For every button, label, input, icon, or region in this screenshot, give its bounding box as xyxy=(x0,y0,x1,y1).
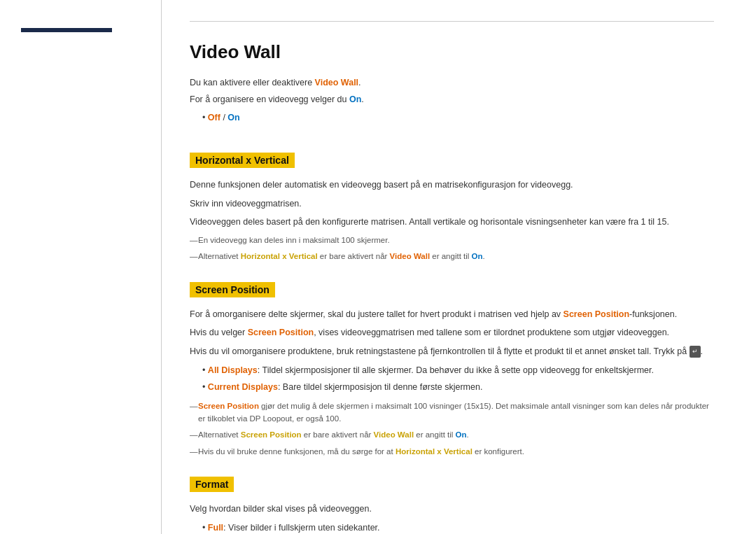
top-divider xyxy=(190,21,714,22)
videowall-note2-bold: Video Wall xyxy=(374,430,414,439)
screenpos-bold1: Screen Position xyxy=(564,309,629,319)
section2-heading: Screen Position xyxy=(190,282,275,297)
screenpos-bold2: Screen Position xyxy=(248,328,314,337)
on-bold1: On xyxy=(349,94,361,104)
section2-bullet-list: All Displays: Tildel skjermposisjoner ti… xyxy=(202,363,714,394)
section2-text1: For å omorganisere delte skjermer, skal … xyxy=(190,307,714,322)
on-text-bullet: On xyxy=(227,113,239,122)
section2-note3: Hvis du vil bruke denne funksjonen, må d… xyxy=(190,445,714,458)
screenpos-note-bold: Screen Position xyxy=(198,402,259,410)
section2-bullet2: Current Displays: Bare tildel skjermposi… xyxy=(202,380,714,394)
hxv-bold-note: Horizontal x Vertical xyxy=(241,252,318,260)
section1-text2: Skriv inn videoveggmatrisen. xyxy=(190,197,714,211)
videowall-bold1: Video Wall xyxy=(315,78,359,87)
intro-line1: Du kan aktivere eller deaktivere Video W… xyxy=(190,76,714,90)
section1-heading: Horizontal x Vertical xyxy=(190,153,295,168)
sidebar-accent-bar xyxy=(21,28,112,32)
intro-bullet-list: Off / On xyxy=(202,111,714,125)
hxv-note3-bold: Horizontal x Vertical xyxy=(396,447,472,456)
section3-heading: Format xyxy=(190,477,234,492)
page-container: Video Wall Du kan aktivere eller deaktiv… xyxy=(0,0,756,534)
videowall-bold-note: Video Wall xyxy=(390,252,430,260)
section1-note1: En videovegg kan deles inn i maksimalt 1… xyxy=(190,234,714,246)
off-text: Off xyxy=(208,113,220,122)
full-bold: Full xyxy=(208,523,223,533)
section1-text1: Denne funksjonen deler automatisk en vid… xyxy=(190,178,714,192)
main-content: Video Wall Du kan aktivere eller deaktiv… xyxy=(161,0,756,534)
section3-text1: Velg hvordan bilder skal vises på videov… xyxy=(190,502,714,517)
section1-text3: Videoveggen deles basert på den konfigur… xyxy=(190,215,714,230)
section2-bullet1: All Displays: Tildel skjermposisjoner ti… xyxy=(202,363,714,377)
section2-note1: Screen Position gjør det mulig å dele sk… xyxy=(190,400,714,426)
on-note2: On xyxy=(456,430,467,439)
screenpos-note2-bold: Screen Position xyxy=(241,430,302,439)
section2-text2: Hvis du velger Screen Position, vises vi… xyxy=(190,325,714,340)
section2-note2: Alternativet Screen Position er bare akt… xyxy=(190,428,714,441)
all-displays-bold: All Displays xyxy=(208,365,258,375)
section3-bullet1: Full: Viser bilder i fullskjerm uten sid… xyxy=(202,521,714,534)
intro-bullet-item: Off / On xyxy=(202,111,714,125)
enter-icon: ↵ xyxy=(690,346,701,358)
on-note1: On xyxy=(472,252,483,260)
page-title: Video Wall xyxy=(190,41,714,63)
intro-line2: For å organisere en videovegg velger du … xyxy=(190,92,714,106)
current-displays-bold: Current Displays xyxy=(208,382,278,392)
section2-text3: Hvis du vil omorganisere produktene, bru… xyxy=(190,344,714,359)
left-sidebar xyxy=(0,0,161,534)
section3-bullet-list: Full: Viser bilder i fullskjerm uten sid… xyxy=(202,521,714,534)
section1-note2: Alternativet Horizontal x Vertical er ba… xyxy=(190,250,714,262)
